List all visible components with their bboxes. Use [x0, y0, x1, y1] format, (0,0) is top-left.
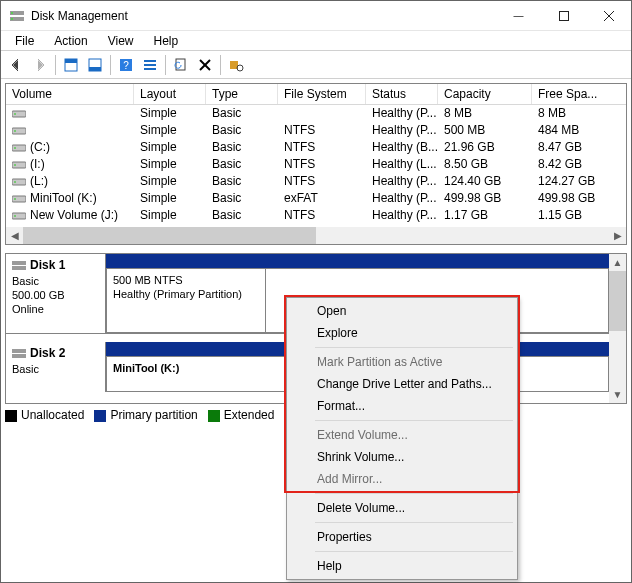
cell: Basic — [206, 173, 278, 190]
col-type[interactable]: Type — [206, 84, 278, 104]
scroll-left-arrow[interactable]: ◀ — [6, 227, 23, 244]
cell: Basic — [206, 105, 278, 122]
forward-button[interactable] — [29, 54, 51, 76]
col-volume[interactable]: Volume — [6, 84, 134, 104]
svg-point-34 — [14, 215, 16, 217]
menu-action[interactable]: Action — [46, 33, 95, 49]
cell: 8.50 GB — [438, 156, 532, 173]
cell: (L:) — [6, 173, 134, 190]
menu-view[interactable]: View — [100, 33, 142, 49]
table-row[interactable]: (I:)SimpleBasicNTFSHealthy (L...8.50 GB8… — [6, 156, 626, 173]
menuitem-add-mirror[interactable]: Add Mirror... — [289, 468, 515, 490]
table-row[interactable]: (C:)SimpleBasicNTFSHealthy (B...21.96 GB… — [6, 139, 626, 156]
cell — [6, 105, 134, 122]
cell: Healthy (B... — [366, 139, 438, 156]
cell: (C:) — [6, 139, 134, 156]
view-bottom-button[interactable] — [84, 54, 106, 76]
settings-list-button[interactable] — [139, 54, 161, 76]
vertical-scrollbar[interactable]: ▲ ▼ — [609, 254, 626, 403]
svg-rect-40 — [12, 354, 26, 358]
disk-icon — [12, 259, 26, 271]
cell: 500 MB — [438, 122, 532, 139]
col-freespace[interactable]: Free Spa... — [532, 84, 612, 104]
back-button[interactable] — [5, 54, 27, 76]
horizontal-scrollbar[interactable]: ◀ ▶ — [6, 227, 626, 244]
disk-2-type: Basic — [12, 363, 39, 375]
system-buttons: — — [496, 1, 631, 30]
disk-2-name: Disk 2 — [30, 346, 65, 360]
cell: 499.98 GB — [438, 190, 532, 207]
table-row[interactable]: (L:)SimpleBasicNTFSHealthy (P...124.40 G… — [6, 173, 626, 190]
disk-1-size: 500.00 GB — [12, 289, 65, 301]
cell: Healthy (P... — [366, 105, 438, 122]
cell: Basic — [206, 122, 278, 139]
menuitem-change-drive-letter[interactable]: Change Drive Letter and Paths... — [289, 373, 515, 395]
scroll-down-arrow[interactable]: ▼ — [609, 386, 626, 403]
svg-point-28 — [14, 164, 16, 166]
app-icon — [9, 8, 25, 24]
disk-1-type: Basic — [12, 275, 39, 287]
menuitem-delete-volume[interactable]: Delete Volume... — [289, 497, 515, 519]
menuitem-extend-volume[interactable]: Extend Volume... — [289, 424, 515, 446]
minimize-button[interactable]: — — [496, 1, 541, 30]
cell: 8 MB — [532, 105, 612, 122]
delete-button[interactable] — [194, 54, 216, 76]
table-row[interactable]: MiniTool (K:)SimpleBasicexFATHealthy (P.… — [6, 190, 626, 207]
cell — [278, 105, 366, 122]
svg-rect-8 — [65, 59, 77, 63]
volume-grid: Volume Layout Type File System Status Ca… — [5, 83, 627, 245]
disk-1-partition-1[interactable]: 500 MB NTFS Healthy (Primary Partition) — [106, 254, 266, 333]
svg-text:?: ? — [123, 60, 129, 71]
menuitem-open[interactable]: Open — [289, 300, 515, 322]
partition-status: Healthy (Primary Partition) — [113, 288, 242, 300]
refresh-button[interactable] — [170, 54, 192, 76]
table-row[interactable]: SimpleBasicHealthy (P...8 MB8 MB — [6, 105, 626, 122]
close-button[interactable] — [586, 1, 631, 30]
disk-1-name: Disk 1 — [30, 258, 65, 272]
col-layout[interactable]: Layout — [134, 84, 206, 104]
menuitem-properties[interactable]: Properties — [289, 526, 515, 548]
menu-file[interactable]: File — [7, 33, 42, 49]
cell: 484 MB — [532, 122, 612, 139]
partition-label: MiniTool (K:) — [113, 362, 179, 374]
cell: Basic — [206, 156, 278, 173]
titlebar: Disk Management — — [1, 1, 631, 31]
col-filesystem[interactable]: File System — [278, 84, 366, 104]
toolbar: ? — [1, 51, 631, 79]
menuitem-format[interactable]: Format... — [289, 395, 515, 417]
cell: 124.27 GB — [532, 173, 612, 190]
cell: exFAT — [278, 190, 366, 207]
context-menu: Open Explore Mark Partition as Active Ch… — [286, 297, 518, 580]
col-status[interactable]: Status — [366, 84, 438, 104]
menu-help[interactable]: Help — [146, 33, 187, 49]
menuitem-mark-active[interactable]: Mark Partition as Active — [289, 351, 515, 373]
cell — [6, 122, 134, 139]
cell: Simple — [134, 207, 206, 224]
cell: 8.42 GB — [532, 156, 612, 173]
cell: MiniTool (K:) — [6, 190, 134, 207]
disk-2-info[interactable]: Disk 2 Basic — [6, 342, 106, 392]
help-button[interactable]: ? — [115, 54, 137, 76]
menuitem-explore[interactable]: Explore — [289, 322, 515, 344]
col-capacity[interactable]: Capacity — [438, 84, 532, 104]
maximize-button[interactable] — [541, 1, 586, 30]
view-top-button[interactable] — [60, 54, 82, 76]
menuitem-help[interactable]: Help — [289, 555, 515, 577]
cell: 21.96 GB — [438, 139, 532, 156]
cell: Basic — [206, 139, 278, 156]
menuitem-shrink-volume[interactable]: Shrink Volume... — [289, 446, 515, 468]
disk-1-info[interactable]: Disk 1 Basic 500.00 GB Online — [6, 254, 106, 333]
cell: 499.98 GB — [532, 190, 612, 207]
action-button[interactable] — [225, 54, 247, 76]
scroll-right-arrow[interactable]: ▶ — [609, 227, 626, 244]
table-row[interactable]: New Volume (J:)SimpleBasicNTFSHealthy (P… — [6, 207, 626, 224]
svg-point-32 — [14, 198, 16, 200]
cell: NTFS — [278, 207, 366, 224]
scroll-up-arrow[interactable]: ▲ — [609, 254, 626, 271]
legend-unallocated: Unallocated — [5, 408, 84, 422]
cell: Basic — [206, 207, 278, 224]
cell: Healthy (P... — [366, 190, 438, 207]
table-row[interactable]: SimpleBasicNTFSHealthy (P...500 MB484 MB — [6, 122, 626, 139]
cell: NTFS — [278, 139, 366, 156]
legend-primary: Primary partition — [94, 408, 197, 422]
